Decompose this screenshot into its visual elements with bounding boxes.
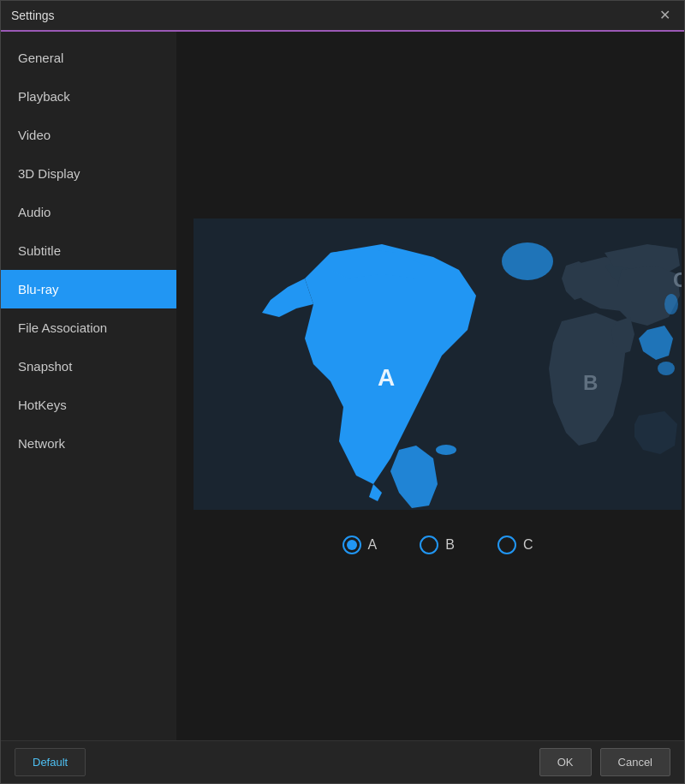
cancel-button[interactable]: Cancel <box>600 748 670 776</box>
svg-point-6 <box>664 294 678 314</box>
title-bar: Settings ✕ <box>1 1 684 32</box>
region-option-c[interactable]: C <box>497 536 533 554</box>
sidebar-item-audio[interactable]: Audio <box>1 193 176 231</box>
region-a-label: A <box>368 537 378 553</box>
svg-text:A: A <box>378 364 395 391</box>
content-area: General Playback Video 3D Display Audio … <box>1 32 684 740</box>
sidebar-item-playback[interactable]: Playback <box>1 77 176 116</box>
svg-point-2 <box>436 445 456 455</box>
radio-b[interactable] <box>420 536 438 554</box>
ok-button[interactable]: OK <box>539 748 592 776</box>
sidebar-item-bluray[interactable]: Blu-ray <box>1 270 176 308</box>
radio-a[interactable] <box>342 536 361 554</box>
sidebar-item-3d-display[interactable]: 3D Display <box>1 154 176 193</box>
world-map: A B <box>194 218 682 510</box>
sidebar-item-network[interactable]: Network <box>1 424 176 463</box>
window-title: Settings <box>11 9 55 22</box>
sidebar-item-subtitle[interactable]: Subtitle <box>1 231 176 270</box>
region-option-a[interactable]: A <box>342 536 378 554</box>
sidebar-item-file-association[interactable]: File Association <box>1 308 176 347</box>
sidebar-item-general[interactable]: General <box>1 39 176 77</box>
region-option-b[interactable]: B <box>420 536 455 554</box>
sidebar-item-hotkeys[interactable]: HotKeys <box>1 386 176 424</box>
main-content: A B <box>176 32 684 740</box>
default-button[interactable]: Default <box>15 748 86 776</box>
svg-text:C: C <box>673 268 682 291</box>
sidebar-item-snapshot[interactable]: Snapshot <box>1 347 176 386</box>
settings-window: Settings ✕ General Playback Video 3D Dis… <box>0 0 685 784</box>
region-c-label: C <box>523 537 533 553</box>
region-b-label: B <box>445 537 455 553</box>
bottom-bar: Default OK Cancel <box>1 740 684 783</box>
close-button[interactable]: ✕ <box>656 7 674 24</box>
sidebar-item-video[interactable]: Video <box>1 116 176 154</box>
map-container: A B <box>194 218 682 554</box>
svg-point-1 <box>502 242 553 280</box>
region-options: A B C <box>342 536 533 554</box>
radio-a-inner <box>347 540 357 550</box>
bottom-right-buttons: OK Cancel <box>539 748 670 776</box>
radio-c[interactable] <box>497 536 516 554</box>
sidebar: General Playback Video 3D Display Audio … <box>1 32 176 740</box>
svg-text:B: B <box>583 371 598 394</box>
svg-point-5 <box>658 362 675 375</box>
